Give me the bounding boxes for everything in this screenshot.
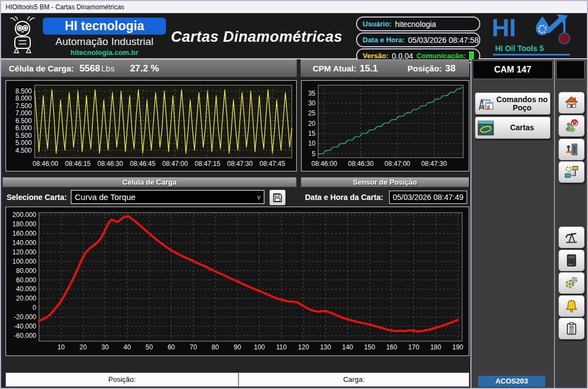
alarm-button[interactable]: [558, 295, 585, 317]
datetime-value: 05/03/2026 08:47:58: [408, 36, 479, 45]
pumpjack-icon: [564, 230, 579, 244]
chevron-down-icon[interactable]: ∨: [254, 193, 264, 201]
svg-text:170: 170: [408, 343, 419, 351]
sidebar-button-cartas[interactable]: Cartas: [475, 116, 551, 139]
svg-text:20: 20: [308, 120, 316, 127]
card-select-dropdown[interactable]: Curva de Torque ∨: [71, 190, 264, 204]
svg-text:120: 120: [298, 343, 309, 351]
svg-text:08:46:00: 08:46:00: [312, 160, 337, 168]
datetime-pill: Data e Hora: 05/03/2026 08:47:58: [356, 32, 480, 47]
dyno-card-chart-panel: 1020304050607080901001101201301401501601…: [5, 207, 469, 356]
brand-url: hitecnologia.com.br: [43, 48, 166, 57]
position-label: Posição:: [408, 64, 442, 73]
brand-block: HI tecnologia Automação Industrial hitec…: [43, 18, 166, 57]
exit-button[interactable]: [558, 138, 585, 160]
svg-text:180.000: 180.000: [13, 220, 37, 228]
alarm-bell-icon: [564, 299, 579, 313]
window-title: HIOiltools5 BM - Cartas Dinamométricas: [5, 3, 124, 11]
report-button[interactable]: [558, 318, 585, 340]
home-icon: [564, 96, 579, 110]
svg-text:-40.000: -40.000: [14, 323, 36, 330]
brand-subtitle: Automação Industrial: [43, 36, 166, 48]
network-config-icon: [564, 165, 579, 179]
svg-text:08:47:30: 08:47:30: [421, 160, 447, 168]
svg-text:100.000: 100.000: [13, 258, 37, 265]
station-badge: ACOS203: [478, 376, 545, 387]
svg-text:20: 20: [80, 343, 87, 351]
card-select-value: Curva de Torque: [71, 192, 254, 202]
sidebar: CAM 147 Comandos no Poço Cartas: [470, 59, 587, 389]
svg-text:5: 5: [312, 150, 315, 158]
load-status-value: 5568: [79, 63, 100, 74]
pumpjack-button[interactable]: [558, 226, 585, 248]
bottom-load-readout: Carga:: [238, 373, 469, 387]
logoff-button[interactable]: [558, 115, 585, 137]
sidebar-divider: [554, 59, 555, 389]
svg-text:08:46:00: 08:46:00: [32, 160, 58, 168]
svg-text:5.000: 5.000: [15, 139, 32, 147]
load-status-percent: 27.2 %: [130, 63, 159, 74]
svg-text:100: 100: [254, 343, 265, 351]
plc-button[interactable]: [558, 249, 585, 271]
svg-text:140: 140: [342, 343, 353, 351]
svg-text:08:46:45: 08:46:45: [130, 160, 156, 168]
select-card-label: Selecione Carta:: [7, 190, 67, 204]
load-cell-chart-panel: 08:46:0008:46:1508:46:3008:46:4508:47:00…: [5, 80, 297, 171]
sidebar-button-label: Cartas: [496, 124, 548, 132]
svg-text:6.500: 6.500: [15, 117, 32, 125]
comm-status-indicator: [469, 52, 474, 60]
save-card-button[interactable]: [269, 190, 286, 205]
svg-text:35: 35: [308, 90, 316, 97]
svg-text:30: 30: [102, 343, 109, 351]
sidebar-button-label: Comandos no Poço: [496, 96, 548, 112]
svg-text:80: 80: [212, 343, 219, 351]
network-config-button[interactable]: [558, 161, 585, 183]
svg-text:120.000: 120.000: [13, 248, 37, 256]
svg-text:60: 60: [168, 343, 175, 351]
svg-text:190: 190: [452, 343, 463, 351]
svg-text:15: 15: [308, 130, 316, 137]
cam-title: CAM 147: [473, 60, 553, 79]
svg-text:5.500: 5.500: [15, 132, 32, 140]
svg-text:10: 10: [57, 343, 65, 351]
sidebar-button-comandos-no-poco[interactable]: Comandos no Poço: [475, 92, 551, 115]
user-pill: Usuário: hitecnologia: [356, 16, 480, 31]
oiltools-logo: HI HI Oil Tools 5: [492, 14, 586, 55]
chart-datetime-value: 05/03/2026 08:47:49: [389, 191, 467, 204]
svg-text:50: 50: [146, 343, 153, 351]
settings-gears-button[interactable]: [558, 272, 585, 294]
position-value: 38: [445, 63, 456, 74]
svg-text:08:47:45: 08:47:45: [259, 160, 285, 168]
home-button[interactable]: [558, 92, 585, 114]
svg-text:08:46:30: 08:46:30: [348, 160, 374, 168]
cards-chart-icon: [478, 120, 494, 136]
bottom-position-readout: Posição:: [5, 373, 238, 387]
load-status-unit: Lbs: [101, 64, 114, 73]
dyno-card-chart: 1020304050607080901001101201301401501601…: [6, 207, 469, 355]
user-value: hitecnologia: [395, 20, 436, 29]
svg-text:HI: HI: [492, 14, 516, 41]
page-title: Cartas Dinamométricas: [155, 29, 358, 46]
svg-text:08:47:30: 08:47:30: [227, 160, 253, 168]
load-status-bar: Célula de Carga: 5568 Lbs 27.2 %: [1, 59, 297, 77]
svg-text:4.500: 4.500: [15, 147, 32, 154]
svg-text:130: 130: [320, 343, 331, 351]
position-chart-panel: 08:46:0008:46:3008:47:0008:47:3035302520…: [301, 80, 469, 171]
cpm-label: CPM Atual:: [313, 64, 356, 73]
mascot-logo-icon: [5, 16, 40, 58]
svg-text:140.000: 140.000: [13, 239, 37, 247]
svg-text:150: 150: [364, 343, 375, 351]
logoff-icon: [564, 119, 579, 133]
svg-text:8.000: 8.000: [15, 95, 32, 102]
chart-datetime-label: Data e Hora da Carta:: [305, 190, 383, 204]
svg-text:8.500: 8.500: [15, 87, 32, 95]
svg-text:60.000: 60.000: [16, 276, 36, 284]
svg-text:160.000: 160.000: [13, 230, 37, 237]
cpm-status-bar: CPM Atual: 15.1 Posição: 38: [301, 59, 469, 77]
svg-text:20.000: 20.000: [16, 294, 36, 302]
svg-text:08:47:00: 08:47:00: [385, 160, 411, 168]
save-floppy-icon: [273, 193, 282, 203]
comm-label: Comunicação:: [417, 52, 466, 60]
svg-text:70: 70: [190, 343, 197, 351]
oiltools-caption: HI Oil Tools 5: [495, 44, 586, 53]
